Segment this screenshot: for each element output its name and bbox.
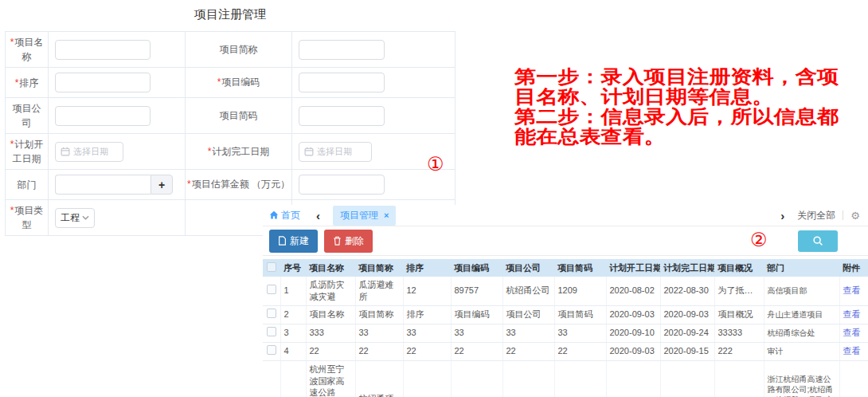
new-button[interactable]: 新建 [269, 230, 318, 253]
column-header[interactable]: 部门 [764, 259, 839, 277]
table-row: 2项目名称项目简称排序项目编码项目公司项目简码2020-09-032020-09… [263, 305, 868, 324]
table-cell: 2020-09-15 [660, 342, 714, 360]
row-checkbox[interactable] [267, 327, 276, 336]
table-cell: 项目简码 [554, 305, 606, 324]
table-cell: 为了抵御末日… [714, 277, 764, 305]
form-row: 项目公司 项目简码 [6, 98, 456, 134]
plan-finish-date-input[interactable]: 选择日期 [299, 142, 372, 162]
column-header[interactable]: 序号 [280, 259, 306, 277]
column-header[interactable]: 计划完工日期 [660, 259, 714, 277]
column-header[interactable]: 项目概况 [714, 259, 764, 277]
tab-bar: 首页 ‹ 项目管理 × › 关闭全部 ⚙ [263, 205, 868, 226]
gear-icon[interactable]: ⚙ [850, 210, 860, 222]
sort-input[interactable] [55, 73, 151, 92]
required-marker: * [10, 205, 14, 216]
column-header[interactable]: 计划开工日期 [606, 259, 660, 277]
calendar-icon [304, 147, 314, 156]
estimate-amount-input[interactable] [299, 175, 385, 195]
sort-label: *排序 [6, 68, 49, 98]
column-header[interactable]: 项目名称 [306, 259, 355, 277]
tabs-scroll-right-icon[interactable]: › [780, 210, 784, 222]
view-attachment-link[interactable]: 查看 [843, 309, 861, 319]
project-company-label: 项目公司 [6, 98, 49, 134]
table-cell: 项目名称 [306, 305, 355, 324]
table-cell: 89757 [451, 277, 502, 305]
row-checkbox[interactable] [267, 285, 276, 294]
table-cell: 2020-09-10 [606, 324, 660, 342]
project-table: 序号项目名称项目简称排序项目编码项目公司项目简码计划开工日期计划完工日期项目概况… [263, 259, 868, 397]
view-attachment-link[interactable]: 查看 [843, 328, 861, 337]
table-cell: 1209 [554, 277, 606, 305]
home-nav[interactable]: 首页 [269, 209, 300, 222]
table-cell: HSY1 [554, 360, 606, 397]
column-header[interactable]: 排序 [403, 259, 451, 277]
table-cell: 项目公司 [502, 305, 554, 324]
plan-start-date-input[interactable]: 选择日期 [55, 142, 123, 162]
column-header[interactable]: 项目简码 [554, 259, 606, 277]
project-type-label: *项目类型 [6, 200, 49, 236]
table-cell: 项目概况 [714, 305, 764, 324]
table-cell: 杭绍甬（杭绍… [714, 360, 764, 397]
table-cell: 22 [403, 342, 451, 360]
select-all-checkbox[interactable] [267, 262, 276, 272]
table-cell: 审计 [764, 342, 839, 360]
close-all-tabs-button[interactable]: 关闭全部 [797, 209, 835, 222]
table-cell: 33333 [714, 324, 764, 342]
row-checkbox[interactable] [267, 345, 276, 355]
instruction-line: 能在总表查看。 [514, 127, 839, 147]
table-cell: 瓜沥避难所 [355, 277, 403, 305]
tab-label: 项目管理 [340, 209, 378, 222]
table-cell: 2022-08-30 [660, 277, 714, 305]
table-cell: 舟山主通道项目 [764, 305, 839, 324]
column-header[interactable]: 项目简称 [355, 259, 403, 277]
search-button[interactable] [798, 230, 838, 252]
table-cell: 1 [280, 277, 306, 305]
project-type-value: 工程 [61, 211, 80, 225]
step-2-marker: ② [750, 230, 768, 250]
tab-project-management[interactable]: 项目管理 × [333, 206, 396, 226]
table-cell: 4 [280, 342, 306, 360]
table-cell: 杭绍甬项目 [355, 360, 403, 397]
department-input[interactable] [55, 175, 151, 195]
required-marker: * [208, 146, 212, 157]
department-add-button[interactable]: + [151, 175, 173, 195]
project-code-input[interactable] [299, 73, 385, 92]
tab-close-icon[interactable]: × [384, 210, 389, 220]
project-registration-form: 项目注册管理 *项目名称 项目简称 *排序 *项目编码 项目公司 项目简码 *计… [5, 2, 456, 236]
plan-start-date-label: *计划开工日期 [6, 134, 49, 170]
column-header[interactable]: 附件 [839, 259, 868, 277]
view-attachment-link[interactable]: 查看 [843, 285, 861, 295]
estimate-amount-label: *项目估算金额 （万元） [186, 170, 292, 200]
table-cell: 2020-09-24 [660, 324, 714, 342]
department-label: 部门 [6, 170, 49, 200]
required-marker: * [10, 139, 14, 150]
delete-button[interactable]: 删除 [324, 230, 373, 253]
table-cell: 瓜沥防灾减灾避 [306, 277, 355, 305]
project-code-label: *项目编码 [186, 68, 292, 98]
project-company-input[interactable] [55, 106, 151, 126]
project-short-code-input[interactable] [299, 106, 385, 126]
project-type-select[interactable]: 工程 [55, 208, 95, 228]
column-header[interactable]: 项目编码 [451, 259, 502, 277]
table-cell: 高信项目部 [764, 277, 839, 305]
column-header[interactable]: 项目公司 [502, 259, 554, 277]
view-attachment-link[interactable]: 查看 [843, 346, 861, 356]
required-marker: * [217, 77, 221, 88]
tabs-scroll-left-icon[interactable]: ‹ [316, 210, 320, 222]
row-checkbox[interactable] [267, 309, 276, 318]
divider [843, 210, 843, 220]
table-cell: 杭绍甬公司 [502, 277, 554, 305]
table-row: 1瓜沥防灾减灾避瓜沥避难所1289757杭绍甬公司12092020-08-022… [263, 277, 868, 305]
table-cell: 2020-09-03 [606, 342, 660, 360]
table-cell: 杭州至宁波国家高速公路（杭绍甬高速）杭州至绍兴段 [306, 360, 355, 397]
table-cell: 400000001 [451, 360, 502, 397]
table-cell: 排序 [403, 305, 451, 324]
table-cell: 5 [280, 360, 306, 397]
project-name-input[interactable] [55, 40, 151, 60]
required-marker: * [187, 179, 191, 190]
table-cell: 项目简称 [355, 305, 403, 324]
form-row: *计划开工日期 选择日期 *计划完工日期 选择日期 [6, 134, 456, 170]
project-short-name-input[interactable] [299, 40, 385, 60]
trash-icon [333, 236, 342, 246]
home-label: 首页 [281, 209, 300, 222]
